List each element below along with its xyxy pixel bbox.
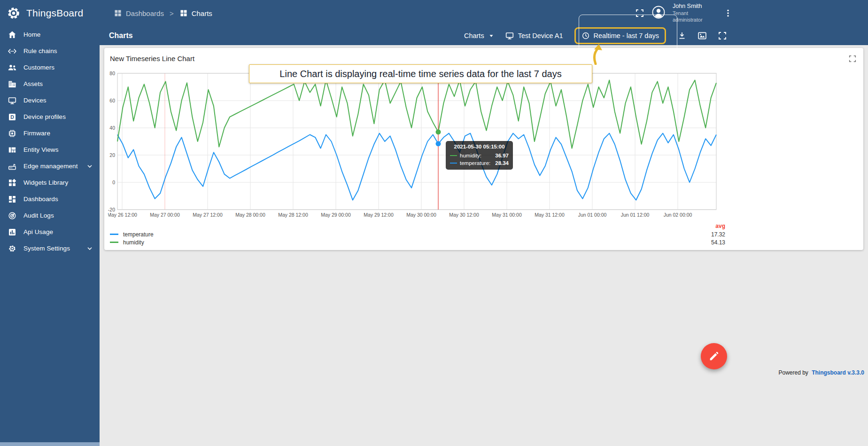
assets-icon [8, 79, 17, 89]
svg-text:May 31 00:00: May 31 00:00 [492, 212, 522, 218]
dashboards-icon [8, 195, 17, 204]
image-icon [697, 31, 707, 41]
legend-row-temperature[interactable]: temperature 17.32 [110, 230, 725, 238]
entity-alias-select[interactable]: Test Device A1 [505, 31, 563, 40]
thingsboard-app: ThingsBoard Home Rule chains Customers A… [0, 0, 868, 446]
device-name: Test Device A1 [518, 32, 563, 39]
sidebar-item-label: Assets [23, 80, 43, 87]
sidebar-item-customers[interactable]: Customers [0, 59, 100, 76]
svg-text:40: 40 [109, 125, 115, 131]
dashboards-grid-icon [114, 9, 122, 17]
dashboard-toolbar: Charts Charts Test Device A1 Realtime - … [100, 26, 868, 45]
powered-by-text: Powered by [778, 369, 808, 376]
firmware-icon [8, 129, 17, 138]
tooltip-label: humidity: [460, 153, 481, 158]
sidebar-item-label: Rule chains [23, 47, 57, 55]
caret-down-icon [488, 32, 495, 39]
sidebar-item-system-settings[interactable]: System Settings [0, 240, 100, 257]
sidebar-item-device-profiles[interactable]: D Device profiles [0, 109, 100, 125]
thingsboard-version-link[interactable]: Thingsboard v.3.3.0 [812, 369, 864, 376]
more-menu-button[interactable] [723, 8, 733, 18]
app-logo[interactable]: ThingsBoard [0, 0, 100, 26]
sidebar-item-label: Widgets Library [23, 179, 68, 186]
sidebar-item-firmware[interactable]: Firmware [0, 125, 100, 141]
svg-text:May 27 00:00: May 27 00:00 [150, 212, 180, 218]
temperature-swatch [110, 234, 118, 235]
avatar[interactable] [652, 6, 665, 21]
svg-text:May 29 00:00: May 29 00:00 [321, 212, 351, 218]
sidebar-item-api-usage[interactable]: Api Usage [0, 224, 100, 240]
timewindow-button[interactable]: Realtime - last 7 days [574, 27, 666, 44]
dashboard-title: Charts [109, 26, 133, 45]
breadcrumb-separator: > [170, 9, 174, 17]
sidebar-item-home[interactable]: Home [0, 26, 100, 43]
legend-avg-header: avg [110, 223, 725, 230]
pencil-icon [708, 351, 720, 362]
svg-text:May 28 00:00: May 28 00:00 [235, 212, 265, 218]
svg-text:May 29 12:00: May 29 12:00 [364, 212, 394, 218]
sidebar-item-label: Edge management [23, 163, 78, 170]
breadcrumb-label: Charts [192, 9, 212, 17]
sidebar: ThingsBoard Home Rule chains Customers A… [0, 0, 100, 446]
svg-text:May 31 12:00: May 31 12:00 [535, 212, 565, 218]
screenshot-button[interactable] [697, 31, 707, 41]
tooltip-value: 36.97 [490, 153, 509, 158]
widget-title: New Timeseries Line Chart [110, 55, 194, 63]
sidebar-item-edge-management[interactable]: Edge management [0, 158, 100, 174]
widget-fullscreen-button[interactable] [848, 55, 857, 63]
breadcrumb-dashboards[interactable]: Dashboards [114, 9, 164, 17]
export-button[interactable] [677, 31, 687, 40]
svg-text:Jun 01 00:00: Jun 01 00:00 [578, 212, 607, 218]
temperature-swatch [450, 163, 457, 164]
dashboard-state-select[interactable]: Charts [464, 32, 495, 39]
user-info: John Smith Tenant administrator [673, 3, 716, 23]
dashboards-grid-icon [179, 9, 188, 17]
chart-legend: avg temperature 17.32 humidity 54.13 [110, 223, 725, 246]
sidebar-item-audit-logs[interactable]: Audit Logs [0, 207, 100, 224]
api-usage-icon [8, 227, 17, 237]
sidebar-scrollbar[interactable] [0, 442, 100, 446]
sidebar-item-assets[interactable]: Assets [0, 76, 100, 92]
hint-arrow-icon [590, 44, 607, 65]
settings-icon [8, 244, 17, 253]
humidity-swatch [450, 155, 457, 156]
breadcrumb-charts[interactable]: Charts [179, 9, 212, 17]
edit-dashboard-fab[interactable] [701, 343, 727, 369]
tooltip-timestamp: 2021-05-30 05:15:00 [450, 144, 509, 149]
user-role: Tenant administrator [673, 10, 716, 23]
fullscreen-icon [848, 55, 857, 63]
svg-text:Jun 01 12:00: Jun 01 12:00 [621, 212, 650, 218]
sidebar-item-label: Api Usage [23, 228, 53, 235]
toolbar-fullscreen-button[interactable] [718, 31, 727, 40]
sidebar-nav: Home Rule chains Customers Assets Device… [0, 26, 100, 257]
sidebar-item-label: Firmware [23, 130, 50, 137]
audit-logs-icon [8, 211, 17, 220]
sidebar-item-dashboards[interactable]: Dashboards [0, 191, 100, 207]
sidebar-item-label: Device profiles [23, 113, 66, 120]
legend-label: temperature [123, 231, 154, 238]
svg-text:20: 20 [109, 152, 115, 158]
sidebar-item-label: Devices [23, 97, 46, 104]
state-select-label: Charts [464, 32, 484, 39]
sidebar-item-devices[interactable]: Devices [0, 92, 100, 109]
sidebar-item-label: Dashboards [23, 196, 58, 203]
fullscreen-icon [635, 8, 644, 18]
home-icon [8, 30, 17, 39]
top-bar: Dashboards > Charts John Smith Tenant ad… [100, 0, 868, 26]
sidebar-item-label: Home [23, 31, 40, 38]
entity-views-icon [8, 145, 17, 155]
fullscreen-button[interactable] [635, 8, 644, 18]
device-icon [505, 31, 514, 40]
devices-icon [8, 96, 17, 105]
tooltip-value: 28.34 [490, 160, 509, 166]
legend-row-humidity[interactable]: humidity 54.13 [110, 238, 725, 246]
sidebar-item-widgets-library[interactable]: Widgets Library [0, 174, 100, 191]
widgets-icon [8, 178, 17, 188]
sidebar-item-rule-chains[interactable]: Rule chains [0, 43, 100, 59]
line-chart-plot[interactable]: -20020406080May 26 12:00May 27 00:00May … [108, 71, 719, 220]
sidebar-item-entity-views[interactable]: Entity Views [0, 141, 100, 158]
timeseries-chart[interactable]: -20020406080May 26 12:00May 27 00:00May … [108, 71, 719, 220]
download-icon [677, 31, 687, 40]
customers-icon [8, 63, 17, 72]
svg-text:May 26 12:00: May 26 12:00 [108, 212, 137, 218]
